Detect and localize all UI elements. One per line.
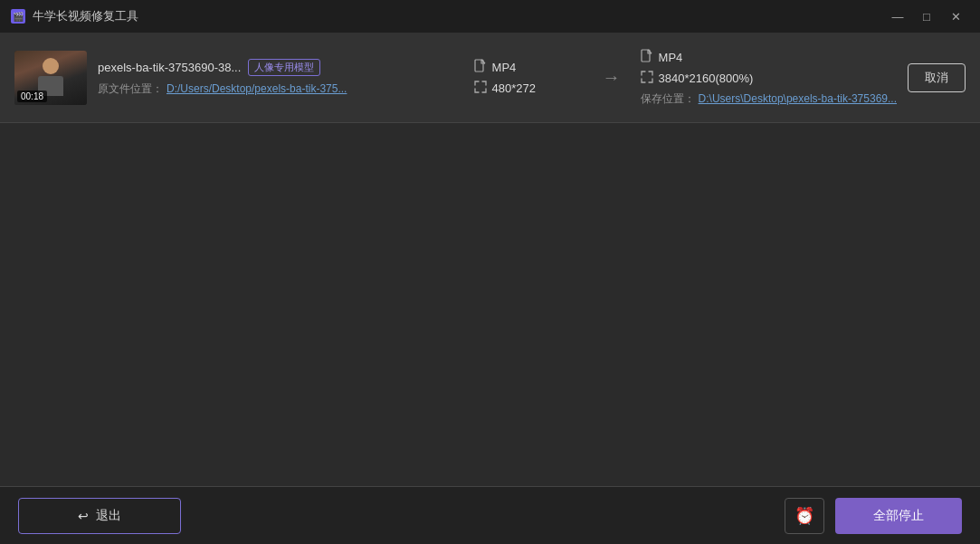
bottom-bar: ↩ 退出 ⏰ 全部停止 bbox=[0, 486, 980, 544]
alarm-icon: ⏰ bbox=[794, 506, 814, 526]
video-thumbnail: 00:18 bbox=[14, 51, 87, 105]
task-filename: pexels-ba-tik-3753690-38... bbox=[98, 61, 241, 74]
task-tag: 人像专用模型 bbox=[248, 59, 320, 76]
close-button[interactable]: ✕ bbox=[942, 5, 969, 27]
source-path-value[interactable]: D:/Users/Desktop/pexels-ba-tik-375... bbox=[167, 82, 347, 95]
exit-button[interactable]: ↩ 退出 bbox=[18, 498, 181, 534]
alarm-button[interactable]: ⏰ bbox=[785, 498, 824, 534]
arrow-right-icon: → bbox=[603, 67, 621, 88]
window-controls: — □ ✕ bbox=[884, 5, 969, 27]
output-resolution-label: 3840*2160(800%) bbox=[659, 72, 754, 85]
expand-icon bbox=[474, 81, 487, 96]
task-info: pexels-ba-tik-3753690-38... 人像专用模型 原文件位置… bbox=[98, 59, 463, 97]
bottom-right-controls: ⏰ 全部停止 bbox=[785, 498, 962, 534]
maximize-button[interactable]: □ bbox=[913, 5, 940, 27]
cancel-button[interactable]: 取消 bbox=[908, 63, 966, 92]
thumbnail-head bbox=[43, 58, 59, 74]
output-section: MP4 3840*2160(800%) 保存位置： D:\Users\Deskt… bbox=[641, 49, 897, 107]
input-format-row: MP4 bbox=[474, 59, 583, 76]
output-expand-icon bbox=[641, 71, 653, 86]
save-path-value[interactable]: D:\Users\Desktop\pexels-ba-tik-375369... bbox=[699, 92, 897, 105]
task-source-path-row: 原文件位置： D:/Users/Desktop/pexels-ba-tik-37… bbox=[98, 81, 463, 97]
minimize-button[interactable]: — bbox=[884, 5, 911, 27]
exit-icon: ↩ bbox=[78, 509, 89, 523]
output-format-block: MP4 3840*2160(800%) bbox=[641, 49, 897, 86]
input-file-icon bbox=[474, 59, 487, 76]
thumbnail-duration: 00:18 bbox=[17, 91, 47, 102]
output-format-row: MP4 bbox=[641, 49, 897, 66]
input-format-label: MP4 bbox=[492, 61, 517, 74]
stop-all-button[interactable]: 全部停止 bbox=[835, 498, 962, 534]
source-path-label: 原文件位置： bbox=[98, 81, 163, 97]
save-path-row: 保存位置： D:\Users\Desktop\pexels-ba-tik-375… bbox=[641, 91, 897, 107]
task-row: 00:18 pexels-ba-tik-3753690-38... 人像专用模型… bbox=[0, 33, 980, 123]
title-bar: 🎬 牛学长视频修复工具 — □ ✕ bbox=[0, 0, 980, 33]
task-name-row: pexels-ba-tik-3753690-38... 人像专用模型 bbox=[98, 59, 463, 76]
empty-content-area bbox=[0, 123, 980, 486]
main-content: 00:18 pexels-ba-tik-3753690-38... 人像专用模型… bbox=[0, 33, 980, 486]
save-path-label: 保存位置： bbox=[641, 91, 695, 107]
exit-label: 退出 bbox=[96, 508, 121, 524]
app-title: 牛学长视频修复工具 bbox=[33, 8, 138, 24]
title-bar-left: 🎬 牛学长视频修复工具 bbox=[11, 8, 138, 24]
input-resolution-row: 480*272 bbox=[474, 81, 583, 96]
app-icon: 🎬 bbox=[11, 9, 25, 24]
input-format-block: MP4 480*272 bbox=[474, 59, 583, 96]
input-resolution-label: 480*272 bbox=[492, 81, 536, 95]
arrow-section: → bbox=[594, 67, 630, 88]
svg-rect-0 bbox=[475, 60, 483, 72]
output-format-label: MP4 bbox=[659, 51, 683, 64]
output-resolution-row: 3840*2160(800%) bbox=[641, 71, 897, 86]
output-file-icon bbox=[641, 49, 653, 66]
svg-rect-1 bbox=[642, 50, 650, 62]
